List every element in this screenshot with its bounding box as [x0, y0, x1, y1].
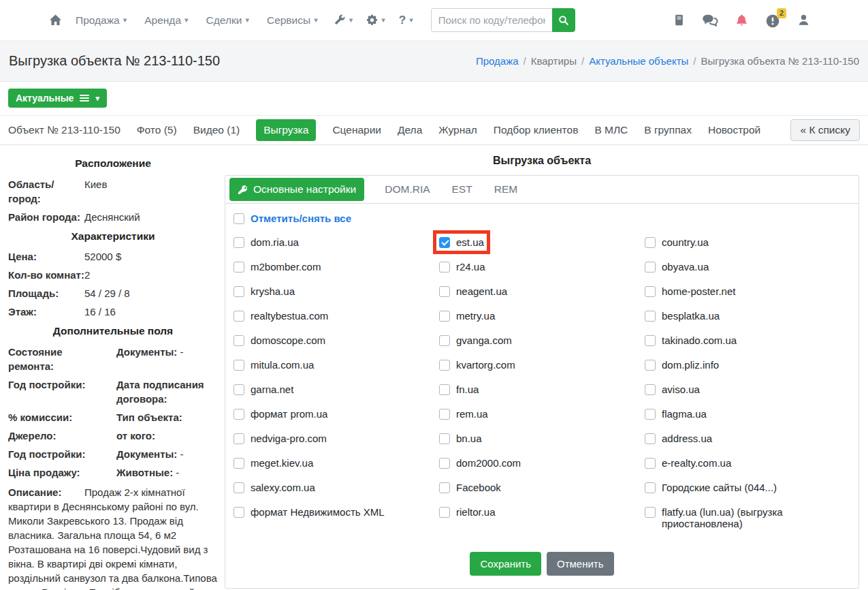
portal-checkbox-item[interactable]: формат Недвижимость XML [234, 506, 385, 518]
export-tab[interactable]: EST [451, 178, 474, 201]
portal-checkbox-item[interactable]: salexy.com.ua [234, 482, 315, 493]
checkbox-icon[interactable] [234, 507, 244, 518]
object-tab[interactable]: Сценарии [332, 120, 381, 140]
menu-item[interactable]: Продажа ▾ [76, 14, 127, 27]
portal-checkbox-item[interactable]: besplatka.ua [645, 310, 720, 322]
menu-item[interactable]: Аренда ▾ [144, 14, 188, 27]
home-button[interactable] [49, 14, 62, 27]
portal-checkbox-item[interactable]: dom2000.com [439, 457, 521, 469]
portal-checkbox-item[interactable]: rem.ua [439, 408, 488, 420]
checkbox-icon[interactable] [234, 311, 244, 322]
portal-checkbox-item[interactable]: metry.ua [439, 310, 495, 322]
back-to-list-button[interactable]: « К списку [790, 119, 860, 141]
portal-checkbox-item[interactable]: garna.net [234, 384, 293, 395]
object-tab[interactable]: Объект № 213-110-150 [8, 120, 120, 140]
portal-checkbox-item[interactable]: address.ua [645, 433, 712, 444]
profile-button[interactable] [797, 14, 810, 27]
portal-checkbox-item[interactable]: aviso.ua [645, 384, 700, 395]
portal-checkbox-item[interactable]: dom.ria.ua [234, 236, 299, 248]
portal-checkbox-item[interactable]: e-realty.com.ua [645, 457, 731, 469]
portal-checkbox-item[interactable]: meget.kiev.ua [234, 457, 313, 469]
notifications-button[interactable] [735, 13, 748, 27]
object-tab[interactable]: В МЛС [594, 120, 628, 140]
checkbox-icon[interactable] [234, 458, 244, 469]
breadcrumb-link[interactable]: Выгрузка объекта № 213-110-150 [701, 55, 859, 67]
checkbox-icon[interactable] [439, 286, 450, 297]
export-tab[interactable]: REM [493, 178, 519, 201]
checkbox-icon[interactable] [439, 360, 450, 371]
object-tab[interactable]: Дела [398, 120, 422, 140]
checkbox-icon[interactable] [645, 360, 656, 371]
object-tab[interactable]: В группах [644, 120, 692, 140]
object-tab[interactable]: Видео (1) [193, 120, 240, 140]
checkbox-icon[interactable] [645, 286, 656, 297]
breadcrumb-link[interactable]: Продажа [476, 55, 519, 67]
checkbox-icon[interactable] [234, 262, 244, 273]
checkbox-icon[interactable] [645, 482, 656, 493]
checkbox-icon[interactable] [234, 237, 244, 248]
checkbox-icon[interactable] [645, 433, 656, 444]
checkbox-icon[interactable] [645, 237, 656, 248]
checkbox-icon[interactable] [439, 409, 450, 420]
breadcrumb-link[interactable]: Квартиры [531, 55, 577, 67]
checkbox-icon[interactable] [439, 482, 450, 493]
checkbox-icon[interactable] [439, 384, 450, 395]
checkbox-icon[interactable] [234, 384, 244, 395]
menu-item[interactable]: Сделки ▾ [206, 14, 249, 27]
portal-checkbox-item[interactable]: flatfy.ua (lun.ua) (выгрузка приостановл… [645, 506, 843, 529]
portal-checkbox-item[interactable]: Facebook [439, 482, 501, 493]
checkbox-icon[interactable] [645, 409, 656, 420]
tools-menu[interactable]: ▾ [334, 14, 353, 26]
portal-checkbox-item[interactable]: dom.pliz.info [645, 359, 719, 371]
checkbox-icon[interactable] [234, 409, 244, 420]
portal-checkbox-item[interactable]: home-poster.net [645, 285, 735, 297]
search-input[interactable] [431, 8, 552, 32]
portal-checkbox-item[interactable]: est.ua [439, 236, 484, 248]
checkbox-icon[interactable] [439, 335, 450, 346]
checkbox-icon[interactable] [439, 311, 450, 322]
status-dropdown-button[interactable]: Актуальные ▾ [8, 89, 107, 108]
checkbox-icon[interactable] [439, 433, 450, 444]
help-menu[interactable]: ? ▾ [399, 14, 413, 27]
checkbox-icon[interactable] [234, 286, 244, 297]
portal-checkbox-item[interactable]: rieltor.ua [439, 506, 496, 518]
checkbox-icon[interactable] [439, 237, 450, 248]
cancel-button[interactable]: Отменить [547, 552, 614, 576]
portal-checkbox-item[interactable]: nedviga-pro.com [234, 433, 327, 444]
checkbox-icon[interactable] [645, 311, 656, 322]
select-all-toggle[interactable]: Отметить/снять все [234, 213, 351, 224]
portal-checkbox-item[interactable]: krysha.ua [234, 285, 295, 297]
object-tab[interactable]: Журнал [438, 120, 477, 140]
object-tab[interactable]: Фото (5) [137, 120, 177, 140]
checkbox-icon[interactable] [234, 335, 244, 346]
checkbox-icon[interactable] [645, 458, 656, 469]
checkbox-icon[interactable] [645, 384, 656, 395]
settings-menu[interactable]: ▾ [366, 14, 385, 26]
checkbox-icon[interactable] [645, 262, 656, 273]
checkbox-icon[interactable] [234, 360, 244, 371]
alerts-button[interactable]: 2 [765, 13, 780, 28]
portal-checkbox-item[interactable]: gvanga.com [439, 335, 512, 346]
portal-checkbox-item[interactable]: country.ua [645, 236, 709, 248]
messages-button[interactable] [702, 14, 718, 27]
portal-checkbox-item[interactable]: realtybestua.com [234, 310, 328, 322]
checkbox-icon[interactable] [439, 507, 450, 518]
portal-checkbox-item[interactable]: domoscope.com [234, 335, 325, 346]
object-tab[interactable]: Выгрузка [256, 119, 316, 141]
object-tab[interactable]: Подбор клиентов [494, 120, 579, 140]
breadcrumb-link[interactable]: Актуальные объекты [589, 55, 688, 67]
search-button[interactable] [552, 8, 575, 32]
portal-checkbox-item[interactable]: kvartorg.com [439, 359, 515, 371]
portal-checkbox-item[interactable]: m2bomber.com [234, 261, 321, 273]
portal-checkbox-item[interactable]: r24.ua [439, 261, 485, 273]
export-tab[interactable]: DOM.RIA [383, 178, 431, 201]
portal-checkbox-item[interactable]: obyava.ua [645, 261, 709, 273]
portal-checkbox-item[interactable]: Городские сайты (044...) [645, 482, 777, 493]
portal-checkbox-item[interactable]: mitula.com.ua [234, 359, 314, 371]
portal-checkbox-item[interactable]: takinado.com.ua [645, 335, 737, 346]
portal-checkbox-item[interactable]: fn.ua [439, 384, 479, 395]
checkbox-icon[interactable] [645, 335, 656, 346]
portal-checkbox-item[interactable]: bn.ua [439, 433, 482, 444]
checkbox-icon[interactable] [234, 482, 244, 493]
portal-checkbox-item[interactable]: flagma.ua [645, 408, 707, 420]
